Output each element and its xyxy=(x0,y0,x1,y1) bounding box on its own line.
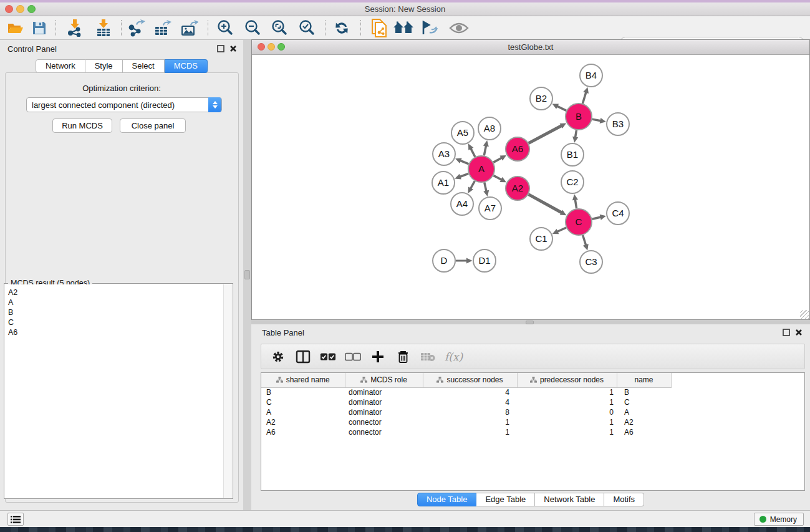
edge-A-A7[interactable] xyxy=(485,182,486,191)
memory-button[interactable]: Memory xyxy=(754,513,804,526)
delete-column-icon[interactable] xyxy=(395,349,411,365)
node-A6[interactable]: A6 xyxy=(506,137,529,161)
column-view-icon[interactable] xyxy=(295,349,311,365)
zoom-out-icon[interactable] xyxy=(242,19,263,37)
zoom-in-icon[interactable] xyxy=(215,19,236,37)
table-row[interactable]: A6connector11A6 xyxy=(261,427,671,437)
edge-C-C2[interactable] xyxy=(575,200,576,209)
column-header-predecessor-nodes[interactable]: predecessor nodes xyxy=(517,373,617,387)
node-A7[interactable]: A7 xyxy=(479,197,501,220)
node-D1[interactable]: D1 xyxy=(473,249,496,272)
column-header-MCDS-role[interactable]: MCDS role xyxy=(345,373,423,387)
node-C3[interactable]: C3 xyxy=(580,251,602,273)
cell-predecessor-nodes[interactable]: 1 xyxy=(517,427,617,437)
edge-C-C3[interactable] xyxy=(583,235,586,245)
node-C4[interactable]: C4 xyxy=(607,202,629,225)
cell-MCDS-role[interactable]: connector xyxy=(345,417,423,427)
cell-shared-name[interactable]: C xyxy=(261,397,345,407)
mcds-result-list[interactable]: A2ABCA6 xyxy=(5,284,223,498)
run-mcds-button[interactable]: Run MCDS xyxy=(52,118,112,133)
node-table[interactable]: shared nameMCDS rolesuccessor nodesprede… xyxy=(261,372,805,491)
node-A4[interactable]: A4 xyxy=(451,193,473,215)
edge-A-A8[interactable] xyxy=(484,145,486,155)
tab-edge-table[interactable]: Edge Table xyxy=(476,493,535,506)
tab-network-table[interactable]: Network Table xyxy=(535,493,604,506)
cell-shared-name[interactable]: A6 xyxy=(261,427,345,437)
cell-shared-name[interactable]: A xyxy=(261,407,345,417)
edge-A-A3[interactable] xyxy=(460,160,469,163)
tab-select[interactable]: Select xyxy=(123,59,165,73)
edge-A-A1[interactable] xyxy=(460,173,468,177)
delete-table-icon[interactable] xyxy=(420,349,436,365)
import-network-icon[interactable] xyxy=(64,19,85,37)
cell-MCDS-role[interactable]: dominator xyxy=(345,397,423,407)
table-row[interactable]: Cdominator41C xyxy=(261,397,671,407)
zoom-selected-icon[interactable] xyxy=(296,19,317,37)
edge-B-B2[interactable] xyxy=(557,106,566,110)
open-session-icon[interactable] xyxy=(5,19,26,37)
result-item[interactable]: A xyxy=(8,297,223,307)
edge-A6-B[interactable] xyxy=(529,126,562,143)
node-A5[interactable]: A5 xyxy=(451,122,474,144)
zoom-fit-icon[interactable] xyxy=(269,19,290,37)
cell-predecessor-nodes[interactable]: 1 xyxy=(517,387,617,397)
add-column-icon[interactable] xyxy=(370,349,386,365)
cell-name[interactable]: A2 xyxy=(617,417,671,427)
edge-B-B1[interactable] xyxy=(576,130,577,138)
tab-mcds[interactable]: MCDS xyxy=(165,59,208,73)
node-C[interactable]: C xyxy=(566,209,592,235)
edge-B-B4[interactable] xyxy=(582,92,586,104)
node-A2[interactable]: A2 xyxy=(506,177,529,200)
node-A3[interactable]: A3 xyxy=(433,143,455,165)
cell-successor-nodes[interactable]: 8 xyxy=(423,407,517,417)
node-B[interactable]: B xyxy=(566,104,592,130)
export-table-icon[interactable] xyxy=(152,19,173,37)
node-C1[interactable]: C1 xyxy=(530,228,552,250)
window-resize-grip[interactable] xyxy=(800,310,809,319)
select-all-icon[interactable] xyxy=(320,349,336,365)
panel-divider[interactable] xyxy=(243,40,251,510)
save-session-icon[interactable] xyxy=(29,19,50,37)
cell-predecessor-nodes[interactable]: 1 xyxy=(517,397,617,407)
edge-A2-C[interactable] xyxy=(529,195,562,213)
cell-name[interactable]: A6 xyxy=(617,427,671,437)
graphics-details-icon[interactable] xyxy=(420,19,441,37)
deselect-all-icon[interactable] xyxy=(345,349,361,365)
node-B2[interactable]: B2 xyxy=(530,87,552,110)
show-all-icon[interactable] xyxy=(393,19,414,37)
close-table-panel-icon[interactable] xyxy=(795,329,803,336)
network-graph[interactable]: B4B2BB3A5A8A6A3B1AA1C2A2A4A7C4CC1C3DD1 xyxy=(252,55,809,319)
task-history-button[interactable] xyxy=(7,513,24,526)
node-A[interactable]: A xyxy=(468,156,494,182)
divider-grip[interactable] xyxy=(244,270,250,279)
edge-C-C1[interactable] xyxy=(557,228,566,231)
export-image-icon[interactable] xyxy=(179,19,200,37)
close-panel-icon[interactable] xyxy=(229,45,237,52)
column-header-name[interactable]: name xyxy=(617,373,671,387)
node-B4[interactable]: B4 xyxy=(580,64,602,87)
float-panel-icon[interactable] xyxy=(217,45,224,52)
cell-MCDS-role[interactable]: dominator xyxy=(345,407,423,417)
float-table-panel-icon[interactable] xyxy=(783,329,790,336)
cell-shared-name[interactable]: A2 xyxy=(261,417,345,427)
edge-C-C4[interactable] xyxy=(592,217,600,219)
table-row[interactable]: Bdominator41B xyxy=(261,387,671,397)
cell-predecessor-nodes[interactable]: 1 xyxy=(517,417,617,427)
node-D[interactable]: D xyxy=(433,249,455,272)
result-item[interactable]: A2 xyxy=(8,288,223,297)
tab-motifs[interactable]: Motifs xyxy=(604,493,644,506)
tab-network[interactable]: Network xyxy=(36,59,85,73)
result-item[interactable]: A6 xyxy=(8,327,223,337)
network-canvas[interactable]: B4B2BB3A5A8A6A3B1AA1C2A2A4A7C4CC1C3DD1 xyxy=(252,55,809,319)
close-panel-button[interactable]: Close panel xyxy=(120,118,186,133)
refresh-icon[interactable] xyxy=(331,19,352,37)
edge-A-A5[interactable] xyxy=(471,148,475,157)
mcds-result-scrollbar[interactable] xyxy=(223,284,232,498)
node-B3[interactable]: B3 xyxy=(607,113,629,135)
cell-MCDS-role[interactable]: connector xyxy=(345,427,423,437)
node-A1[interactable]: A1 xyxy=(432,172,455,194)
result-item[interactable]: B xyxy=(8,307,223,317)
result-item[interactable]: C xyxy=(8,317,223,327)
table-row[interactable]: A2connector11A2 xyxy=(261,417,671,427)
cell-successor-nodes[interactable]: 1 xyxy=(423,427,517,437)
